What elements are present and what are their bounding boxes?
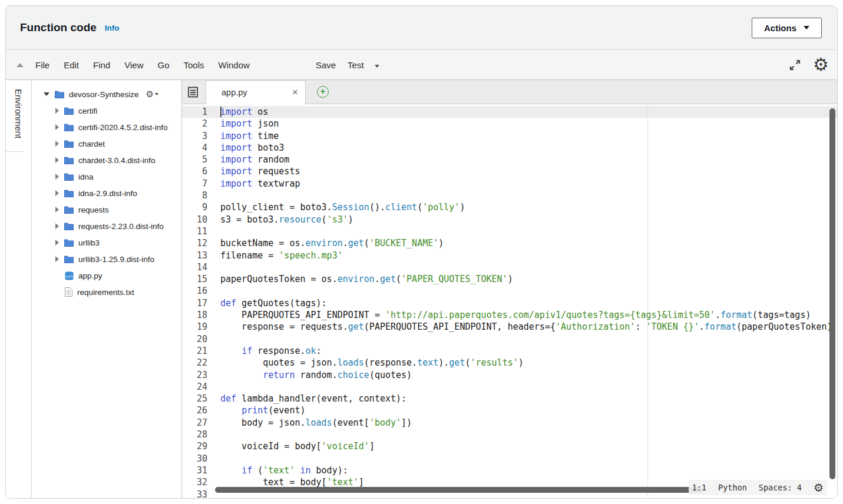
save-button[interactable]: Save <box>310 57 342 74</box>
code-line[interactable]: filename = 'speech.mp3' <box>220 250 832 261</box>
chevron-right-icon[interactable] <box>55 157 59 163</box>
tree-item-requests[interactable]: requests <box>32 201 181 218</box>
line-number[interactable]: 22 <box>182 357 207 369</box>
collapse-panel-icon[interactable] <box>16 63 24 67</box>
chevron-right-icon[interactable] <box>55 240 59 246</box>
test-button[interactable]: Test <box>342 57 370 74</box>
line-number[interactable]: 4 <box>182 142 207 154</box>
line-number[interactable]: 11 <box>182 226 207 237</box>
line-number[interactable]: 30 <box>182 453 207 465</box>
line-number[interactable]: 9 <box>182 201 207 213</box>
tree-item-app.py[interactable]: </>app.py <box>32 267 181 284</box>
chevron-right-icon[interactable] <box>55 190 59 196</box>
menu-tools[interactable]: Tools <box>176 57 211 74</box>
tab-app-py[interactable]: app.py × <box>206 80 306 104</box>
cursor-position[interactable]: 1:1 <box>692 482 706 493</box>
line-number[interactable]: 13 <box>182 250 207 261</box>
line-number[interactable]: 6 <box>182 165 207 177</box>
code-line[interactable] <box>220 261 832 273</box>
fullscreen-icon[interactable] <box>789 59 801 71</box>
tree-root-folder[interactable]: devosor-Synthesize ⚙ <box>32 86 181 102</box>
menu-view[interactable]: View <box>117 57 150 74</box>
code-line[interactable] <box>220 285 832 297</box>
code-line[interactable] <box>220 333 832 345</box>
actions-button[interactable]: Actions <box>752 18 822 38</box>
code-line[interactable]: import json <box>220 118 832 130</box>
chevron-right-icon[interactable] <box>55 174 59 180</box>
code-line[interactable]: s3 = boto3.resource('s3') <box>220 214 832 226</box>
chevron-right-icon[interactable] <box>55 108 59 114</box>
line-number[interactable]: 28 <box>182 429 207 440</box>
code-line[interactable] <box>220 226 832 237</box>
chevron-right-icon[interactable] <box>55 124 59 130</box>
line-number[interactable]: 3 <box>182 130 207 142</box>
code-line[interactable] <box>220 429 832 440</box>
tree-item-urllib3[interactable]: urllib3 <box>32 234 181 251</box>
code-line[interactable] <box>220 453 832 465</box>
line-number[interactable]: 21 <box>182 345 207 357</box>
code-line[interactable] <box>220 381 832 393</box>
environment-tab[interactable]: Environment <box>6 80 24 152</box>
code-line[interactable]: if response.ok: <box>220 345 832 357</box>
tab-size[interactable]: Spaces: 4 <box>759 482 802 493</box>
new-tab-icon[interactable]: + <box>317 86 329 98</box>
line-number[interactable]: 1 <box>182 106 207 118</box>
line-number[interactable]: 24 <box>182 381 207 393</box>
tree-item-requirements.txt[interactable]: requirements.txt <box>32 284 181 300</box>
code-line[interactable]: import requests <box>220 165 832 177</box>
line-number-gutter[interactable]: 1234567891011121314151617181920212223242… <box>182 106 213 498</box>
tree-item-certifi[interactable]: certifi <box>32 102 181 119</box>
settings-gear-icon[interactable]: ⚙ <box>813 56 829 74</box>
code-line[interactable]: bucketName = os.environ.get('BUCKET_NAME… <box>220 237 832 249</box>
tree-item-idna-2.9.dist-info[interactable]: idna-2.9.dist-info <box>32 185 181 201</box>
tab-list-icon[interactable] <box>188 87 198 98</box>
code-line[interactable]: import random <box>220 154 832 165</box>
tree-item-idna[interactable]: idna <box>32 168 181 185</box>
tree-item-requests-2.23.0.dist-info[interactable]: requests-2.23.0.dist-info <box>32 218 181 234</box>
line-number[interactable]: 29 <box>182 440 207 452</box>
line-number[interactable]: 8 <box>182 190 207 201</box>
line-number[interactable]: 17 <box>182 297 207 309</box>
line-number[interactable]: 5 <box>182 154 207 165</box>
code-line[interactable]: paperQuotesToken = os.environ.get('PAPER… <box>220 273 832 285</box>
code-line[interactable]: body = json.loads(event['body']) <box>220 417 832 429</box>
language-mode[interactable]: Python <box>718 482 747 493</box>
test-dropdown-button[interactable] <box>370 56 384 74</box>
chevron-right-icon[interactable] <box>55 207 59 213</box>
code-line[interactable]: def getQuotes(tags): <box>220 297 832 309</box>
line-number[interactable]: 10 <box>182 214 207 226</box>
code-line[interactable]: import os <box>220 106 832 118</box>
line-number[interactable]: 7 <box>182 178 207 190</box>
chevron-right-icon[interactable] <box>55 256 59 262</box>
vertical-scrollbar[interactable] <box>829 108 835 479</box>
code-line[interactable]: quotes = json.loads(response.text).get('… <box>220 357 832 369</box>
code-line[interactable]: PAPERQUOTES_API_ENDPOINT = 'http://api.p… <box>220 309 832 321</box>
menu-find[interactable]: Find <box>86 57 117 74</box>
line-number[interactable]: 15 <box>182 273 207 285</box>
line-number[interactable]: 2 <box>182 118 207 130</box>
statusbar-gear-icon[interactable]: ⚙ <box>814 482 824 493</box>
code-line[interactable]: import boto3 <box>220 142 832 154</box>
line-number[interactable]: 14 <box>182 261 207 273</box>
line-number[interactable]: 16 <box>182 285 207 297</box>
code-line[interactable]: if ('text' in body): <box>220 465 832 476</box>
line-number[interactable]: 32 <box>182 476 207 488</box>
code-editor[interactable]: 1234567891011121314151617181920212223242… <box>182 104 837 498</box>
line-number[interactable]: 23 <box>182 369 207 381</box>
tree-item-certifi-2020.4.5.2.dist-info[interactable]: certifi-2020.4.5.2.dist-info <box>32 119 181 135</box>
tree-item-chardet-3.0.4.dist-info[interactable]: chardet-3.0.4.dist-info <box>32 152 181 168</box>
tree-item-chardet[interactable]: chardet <box>32 135 181 152</box>
code-line[interactable]: import textwrap <box>220 178 832 190</box>
code-line[interactable]: return random.choice(quotes) <box>220 369 832 381</box>
code-line[interactable] <box>220 190 832 201</box>
line-number[interactable]: 18 <box>182 309 207 321</box>
menu-window[interactable]: Window <box>211 57 257 74</box>
code-line[interactable]: print(event) <box>220 404 832 416</box>
folder-settings-gear-icon[interactable]: ⚙ <box>146 90 158 99</box>
line-number[interactable]: 20 <box>182 333 207 345</box>
code-line[interactable]: def lambda_handler(event, context): <box>220 393 832 404</box>
chevron-right-icon[interactable] <box>55 223 59 229</box>
horizontal-scrollbar[interactable] <box>215 487 703 493</box>
chevron-expanded-icon[interactable] <box>44 92 49 96</box>
close-tab-icon[interactable]: × <box>292 87 298 97</box>
